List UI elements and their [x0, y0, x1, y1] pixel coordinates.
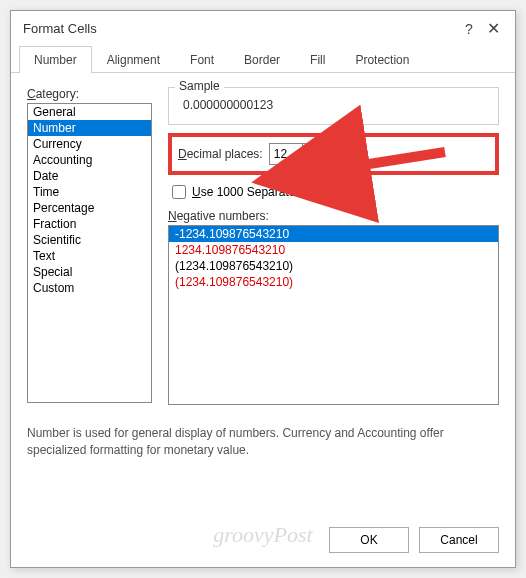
list-item[interactable]: Percentage — [28, 200, 151, 216]
list-item[interactable]: 1234.109876543210 — [169, 242, 498, 258]
negative-listbox[interactable]: -1234.1098765432101234.109876543210(1234… — [168, 225, 499, 405]
separator-row: Use 1000 Separator (,) — [168, 185, 499, 199]
list-item[interactable]: Currency — [28, 136, 151, 152]
list-item[interactable]: Time — [28, 184, 151, 200]
dialog-title: Format Cells — [23, 21, 457, 36]
list-item[interactable]: Custom — [28, 280, 151, 296]
decimal-places-row: Decimal places: ▲ ▼ — [168, 133, 499, 175]
decimal-spinner[interactable]: ▲ ▼ — [269, 143, 320, 165]
help-icon[interactable]: ? — [457, 21, 481, 37]
decimal-label: Decimal places: — [178, 147, 263, 161]
tab-font[interactable]: Font — [175, 46, 229, 73]
category-listbox[interactable]: GeneralNumberCurrencyAccountingDateTimeP… — [27, 103, 152, 403]
ok-button[interactable]: OK — [329, 527, 409, 553]
list-item[interactable]: (1234.109876543210) — [169, 274, 498, 290]
list-item[interactable]: Text — [28, 248, 151, 264]
spinner-down-icon[interactable]: ▼ — [303, 155, 319, 166]
negative-label: Negative numbers: — [168, 209, 499, 223]
close-icon[interactable]: ✕ — [481, 19, 505, 38]
use-separator-checkbox[interactable] — [172, 185, 186, 199]
list-item[interactable]: (1234.109876543210) — [169, 258, 498, 274]
dialog-body: Category: GeneralNumberCurrencyAccountin… — [11, 73, 515, 515]
dialog-buttons: OK Cancel — [11, 515, 515, 567]
list-item[interactable]: Fraction — [28, 216, 151, 232]
sample-value: 0.000000000123 — [179, 96, 488, 114]
list-item[interactable]: Number — [28, 120, 151, 136]
cancel-button[interactable]: Cancel — [419, 527, 499, 553]
list-item[interactable]: -1234.109876543210 — [169, 226, 498, 242]
sample-label: Sample — [175, 79, 224, 93]
format-cells-dialog: Format Cells ? ✕ NumberAlignmentFontBord… — [10, 10, 516, 568]
category-label: Category: — [27, 87, 152, 101]
tabs: NumberAlignmentFontBorderFillProtection — [11, 46, 515, 73]
decimal-input[interactable] — [270, 144, 302, 164]
use-separator-label: Use 1000 Separator (,) — [192, 185, 314, 199]
tab-fill[interactable]: Fill — [295, 46, 340, 73]
titlebar: Format Cells ? ✕ — [11, 11, 515, 44]
list-item[interactable]: Accounting — [28, 152, 151, 168]
sample-group: Sample 0.000000000123 — [168, 87, 499, 125]
spinner-up-icon[interactable]: ▲ — [303, 144, 319, 155]
list-item[interactable]: Special — [28, 264, 151, 280]
list-item[interactable]: Scientific — [28, 232, 151, 248]
list-item[interactable]: Date — [28, 168, 151, 184]
description-text: Number is used for general display of nu… — [27, 425, 499, 459]
list-item[interactable]: General — [28, 104, 151, 120]
tab-alignment[interactable]: Alignment — [92, 46, 175, 73]
tab-border[interactable]: Border — [229, 46, 295, 73]
tab-protection[interactable]: Protection — [340, 46, 424, 73]
tab-number[interactable]: Number — [19, 46, 92, 73]
